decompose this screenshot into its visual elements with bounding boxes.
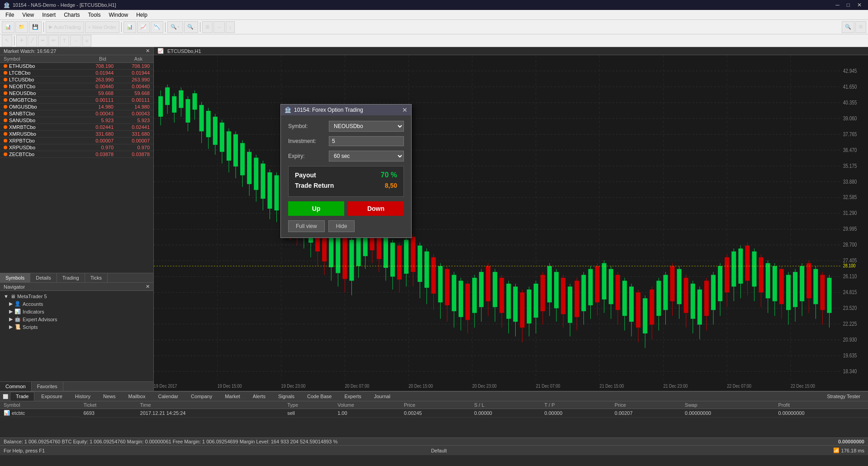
toolbar-new-chart[interactable]: 📊: [2, 21, 14, 33]
svg-rect-184: [677, 269, 682, 304]
toolbar-settings[interactable]: ⚙: [855, 21, 866, 33]
up-button[interactable]: Up: [288, 201, 344, 216]
bottom-tab-company[interactable]: Company: [185, 392, 218, 401]
market-watch-row[interactable]: OMGBTCbo 0.00111 0.00111: [0, 97, 153, 104]
market-watch-row[interactable]: XMRBTCbo 0.02441 0.02441: [0, 124, 153, 131]
market-watch-row[interactable]: XRPUSDbo 0.970 0.970: [0, 144, 153, 151]
nav-accounts-expand: ▶: [9, 301, 13, 307]
bottom-tab-alerts[interactable]: Alerts: [247, 392, 271, 401]
common-tab-favorites[interactable]: Favorites: [32, 382, 63, 391]
menu-view[interactable]: View: [19, 11, 38, 19]
toolbar-indicators[interactable]: ↔: [213, 21, 225, 33]
toolbar-open[interactable]: 📁: [15, 21, 28, 33]
nav-indicators[interactable]: ▶ 📊 Indicators: [2, 308, 152, 315]
bottom-tab-history[interactable]: History: [69, 392, 96, 401]
toolbar-search[interactable]: 🔍: [842, 21, 854, 33]
modal-close-button[interactable]: ✕: [402, 106, 408, 114]
menu-insert[interactable]: Insert: [38, 11, 59, 19]
investment-input[interactable]: [329, 136, 404, 146]
draw-text[interactable]: T: [60, 35, 69, 47]
toolbar-properties[interactable]: ⊞: [202, 21, 213, 33]
symbol-select[interactable]: NEOUSDbo: [329, 121, 404, 132]
col-price-header: Price: [400, 401, 470, 409]
mw-symbol-4: NEOUSDbo: [4, 90, 77, 96]
nav-expert-advisors[interactable]: ▶ 🤖 Expert Advisors: [2, 315, 152, 323]
market-watch-row[interactable]: LTCUSDbo 263.990 263.990: [0, 76, 153, 83]
market-watch-row[interactable]: XMRUSDbo 331.680 331.680: [0, 131, 153, 138]
menu-window[interactable]: Window: [105, 11, 132, 19]
menu-help[interactable]: Help: [133, 11, 151, 19]
down-button[interactable]: Down: [348, 201, 404, 216]
toolbar-line-chart[interactable]: 📉: [151, 21, 163, 33]
common-tab-common[interactable]: Common: [0, 382, 32, 391]
draw-cursor[interactable]: ↖: [2, 35, 12, 47]
market-watch-row[interactable]: NEOUSDbo 59.668 59.668: [0, 90, 153, 97]
svg-rect-42: [192, 93, 197, 109]
mw-tab-symbols[interactable]: Symbols: [0, 273, 30, 282]
bottom-tab-exposure[interactable]: Exposure: [35, 392, 68, 401]
table-row[interactable]: 📊etcbtc 6693 2017.12.21 14:25:24 sell 1.…: [0, 409, 868, 418]
draw-crosshair[interactable]: ✛: [16, 35, 27, 47]
bottom-tab-experts[interactable]: Experts: [338, 392, 367, 401]
chart-canvas[interactable]: 42.945 41.650 40.355 39.060 37.765 36.47…: [154, 55, 868, 389]
toolbar-save[interactable]: 💾: [29, 21, 42, 33]
menu-file[interactable]: File: [2, 11, 18, 19]
bottom-tab-news[interactable]: News: [97, 392, 122, 401]
draw-line[interactable]: ╱: [28, 35, 37, 47]
market-watch-row[interactable]: LTCBCbo 0.01944 0.01944: [0, 70, 153, 76]
strategy-tester-button[interactable]: Strategy Tester: [821, 392, 866, 401]
mw-tab-trading[interactable]: Trading: [57, 273, 85, 282]
toolbar-objects[interactable]: ↕: [226, 21, 235, 33]
bottom-tab-signals[interactable]: Signals: [272, 392, 300, 401]
bottom-tab-codebase[interactable]: Code Base: [301, 392, 337, 401]
minimize-button[interactable]: ─: [833, 2, 842, 8]
bottom-tab-journal[interactable]: Journal: [368, 392, 396, 401]
toolbar-new-order[interactable]: + New Order: [85, 21, 120, 33]
autotrading-label: AutoTrading: [54, 24, 81, 30]
nav-metatrader5[interactable]: ▼ 🖥 MetaTrader 5: [2, 293, 152, 300]
mw-tab-ticks[interactable]: Ticks: [85, 273, 108, 282]
toolbar-candle-chart[interactable]: 📈: [137, 21, 150, 33]
svg-rect-198: [725, 257, 729, 293]
maximize-button[interactable]: □: [844, 2, 853, 8]
draw-fib[interactable]: ≡: [82, 35, 91, 47]
bottom-tab-mailbox[interactable]: Mailbox: [123, 392, 152, 401]
mw-bid-3: 0.00440: [77, 84, 114, 89]
market-watch-row[interactable]: ZECBTCbo 0.03878 0.03878: [0, 151, 153, 158]
menu-charts[interactable]: Charts: [60, 11, 83, 19]
modal-title-bar[interactable]: 🏦 10154: Forex Option Trading ✕: [281, 105, 411, 115]
title-bar-left: 🏦 10154 - NAS-Demo - Hedge - [ETCUSDbo,H…: [4, 2, 116, 8]
expiry-select[interactable]: 60 sec: [329, 151, 404, 162]
market-watch-row[interactable]: XRPBTCbo 0.00007 0.00007: [0, 138, 153, 144]
toolbar-zoom-out[interactable]: 🔍-: [184, 21, 199, 33]
bottom-tab-calendar[interactable]: Calendar: [152, 392, 184, 401]
market-watch-close[interactable]: ✕: [146, 48, 150, 54]
mw-tab-details[interactable]: Details: [30, 273, 57, 282]
main-toolbar: 📊 📁 💾 ▶ AutoTrading + New Order 📊 📈 📉 🔍+…: [0, 20, 868, 34]
market-watch-row[interactable]: NEOBTCbo 0.00440 0.00440: [0, 83, 153, 90]
toolbox-toggle[interactable]: ⬜: [2, 394, 9, 399]
svg-text:28.100: 28.100: [843, 263, 856, 268]
mw-dot-2: [4, 78, 7, 81]
svg-rect-118: [452, 275, 456, 311]
close-button[interactable]: ✕: [854, 2, 864, 8]
bottom-tab-market[interactable]: Market: [219, 392, 246, 401]
title-bar-controls[interactable]: ─ □ ✕: [833, 2, 864, 8]
market-watch-row[interactable]: ETHUSDbo 708.190 708.190: [0, 63, 153, 70]
toolbar-bar-chart[interactable]: 📊: [123, 21, 136, 33]
market-watch-row[interactable]: OMGUSDbo 14.980 14.980: [0, 104, 153, 110]
navigator-close[interactable]: ✕: [146, 284, 150, 290]
toolbar-zoom-in[interactable]: 🔍+: [167, 21, 183, 33]
market-watch-row[interactable]: SANUSDbo 5.923 5.923: [0, 117, 153, 124]
toolbar-autotrading[interactable]: ▶ AutoTrading: [46, 21, 84, 33]
market-watch-row[interactable]: SANBTCbo 0.00043 0.00043: [0, 110, 153, 117]
draw-hline[interactable]: ━: [38, 35, 47, 47]
full-view-button[interactable]: Full view: [288, 220, 325, 232]
hide-button[interactable]: Hide: [328, 220, 355, 232]
draw-pen[interactable]: ✏: [48, 35, 59, 47]
nav-scripts[interactable]: ▶ 📜 Scripts: [2, 323, 152, 331]
draw-arrow[interactable]: →: [70, 35, 81, 47]
menu-tools[interactable]: Tools: [85, 11, 104, 19]
nav-accounts[interactable]: ▶ 👤 Accounts: [2, 300, 152, 308]
bottom-tab-trade[interactable]: Trade: [10, 392, 34, 401]
